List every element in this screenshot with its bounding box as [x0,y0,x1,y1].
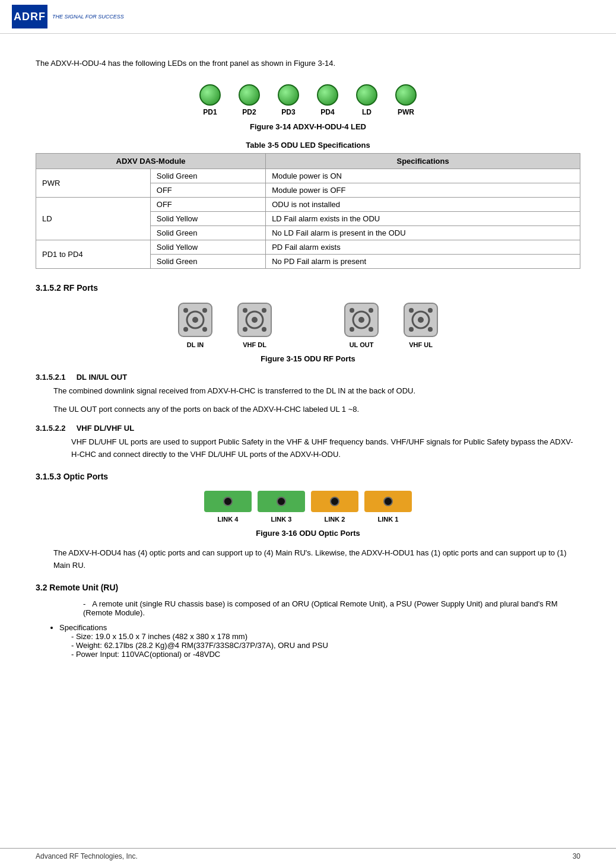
table-cell-spec-5: No LD Fail alarm is present in the ODU [266,225,580,240]
vhf-ul-icon [403,302,439,338]
optic-link2-label: LINK 2 [325,516,345,523]
section-31522-number: 3.1.5.2.2 [36,424,66,433]
optic-link4-box [204,491,252,512]
led-pd1-label: PD1 [203,108,217,116]
svg-point-23 [418,317,424,323]
vhf-ul-label: VHF UL [409,341,433,348]
svg-point-17 [350,308,354,313]
svg-point-19 [350,327,354,332]
svg-point-6 [202,327,207,332]
table-cell-spec-6: PD Fail alarm exists [266,240,580,254]
specs-dash-list: Size: 19.0 x 15.0 x 7 inches (482 x 380 … [71,632,580,659]
table-cell-spec-2: Module power is OFF [266,183,580,197]
spec-item-size: Size: 19.0 x 15.0 x 7 inches (482 x 380 … [71,632,580,641]
table-header-specs: Specifications [266,153,580,169]
logo-tagline: THE SIGNAL FOR SUCCESS [52,14,124,20]
section-3153-heading: 3.1.5.3 Optic Ports [36,472,580,481]
table-cell-solid-yellow-2: Solid Yellow [150,240,265,254]
figure-3-16-caption: Figure 3-16 ODU Optic Ports [36,529,580,538]
table-cell-pwr: PWR [36,169,151,197]
svg-point-2 [192,317,198,323]
section-3152-heading: 3.1.5.2 RF Ports [36,283,580,293]
svg-point-3 [183,308,188,313]
rf-ports-diagram: DL IN VHF DL [36,302,580,348]
table-cell-solid-green-1: Solid Green [150,169,265,183]
table-cell-off-1: OFF [150,183,265,197]
svg-point-20 [369,327,373,332]
table-3-5-caption: Table 3-5 ODU LED Specifications [36,141,580,150]
optic-ports-text: The ADXV-H-ODU4 has (4) optic ports and … [53,547,580,572]
svg-point-11 [262,308,266,313]
led-pd3: PD3 [278,84,299,116]
spec-item-power: Power Input: 110VAC(optional) or -48VDC [71,650,580,659]
section-31521: 3.1.5.2.1 DL IN/UL OUT The combined down… [36,373,580,416]
table-cell-solid-green-2: Solid Green [150,225,265,240]
section-32-bullet1-container: - A remote unit (single RU chassis base)… [83,599,580,617]
table-cell-spec-4: LD Fail alarm exists in the ODU [266,211,580,225]
svg-point-25 [428,308,433,313]
vhf-dl-label: VHF DL [243,341,266,348]
svg-point-5 [183,327,188,332]
led-pd1: PD1 [199,84,221,116]
section-31521-text2: The UL OUT port connects any of the port… [53,404,580,416]
led-pd2-label: PD2 [242,108,256,116]
svg-point-10 [243,308,247,313]
optic-ports-diagram: LINK 4 LINK 3 LINK 2 LINK 1 [36,491,580,523]
dl-in-label: DL IN [187,341,204,348]
specifications-bullet: Specifications [59,623,580,632]
rf-port-dl-in: DL IN [177,302,213,348]
led-ld: LD [356,84,377,116]
figure-3-15-caption: Figure 3-15 ODU RF Ports [36,354,580,363]
ul-out-label: UL OUT [350,341,374,348]
optic-link2: LINK 2 [311,491,358,523]
page-content: The ADXV-H-ODU-4 has the following LEDs … [0,46,616,694]
section-32-bullet1: A remote unit (single RU chassis base) i… [83,599,558,617]
svg-point-16 [358,317,364,323]
led-pd3-label: PD3 [281,108,295,116]
table-cell-spec-1: Module power is ON [266,169,580,183]
rf-port-vhf-dl: VHF DL [237,302,272,348]
table-cell-spec-3: ODU is not installed [266,197,580,211]
optic-link4-dot [223,497,233,506]
table-cell-spec-7: No PD Fail alarm is present [266,254,580,268]
page-footer: Advanced RF Technologies, Inc. 30 [0,848,616,864]
section-31521-heading: 3.1.5.2.1 DL IN/UL OUT [36,373,580,382]
logo-box: ADRF [12,5,47,28]
svg-point-27 [428,327,433,332]
section-31521-number: 3.1.5.2.1 [36,373,66,382]
section-31522-title: VHF DL/VHF UL [77,424,135,433]
optic-link3: LINK 3 [258,491,305,523]
ul-out-icon [344,302,379,338]
led-pd1-circle [199,84,221,106]
svg-point-9 [252,317,258,323]
vhf-dl-icon [237,302,272,338]
table-header-module: ADXV DAS-Module [36,153,266,169]
svg-point-12 [243,327,247,332]
page-header: ADRF THE SIGNAL FOR SUCCESS [0,0,616,34]
company-logo: ADRF THE SIGNAL FOR SUCCESS [12,5,124,28]
svg-point-4 [202,308,207,313]
section-31521-text1: The combined downlink signal received fr… [53,385,580,398]
optic-link1-label: LINK 1 [378,516,399,523]
led-pwr-circle [395,84,417,106]
optic-link4-label: LINK 4 [218,516,239,523]
optic-link3-dot [277,497,286,506]
led-pwr: PWR [395,84,417,116]
footer-page: 30 [573,852,580,860]
rf-port-vhf-ul: VHF UL [403,302,439,348]
svg-point-26 [409,327,414,332]
rf-port-ul-out: UL OUT [344,302,379,348]
svg-point-18 [369,308,373,313]
led-pd2-circle [239,84,260,106]
odu-led-spec-table: ADXV DAS-Module Specifications PWR Solid… [36,153,580,269]
led-diagram: PD1 PD2 PD3 PD4 LD PWR [36,84,580,116]
optic-link3-label: LINK 3 [271,516,292,523]
optic-link1: LINK 1 [364,491,412,523]
section-31522-heading: 3.1.5.2.2 VHF DL/VHF UL [36,424,580,433]
led-ld-label: LD [362,108,371,116]
led-pd4-circle [317,84,338,106]
led-pwr-label: PWR [398,108,414,116]
led-pd4-label: PD4 [320,108,334,116]
footer-company: Advanced RF Technologies, Inc. [36,852,138,860]
section-32-bullet-list: Specifications [59,623,580,632]
